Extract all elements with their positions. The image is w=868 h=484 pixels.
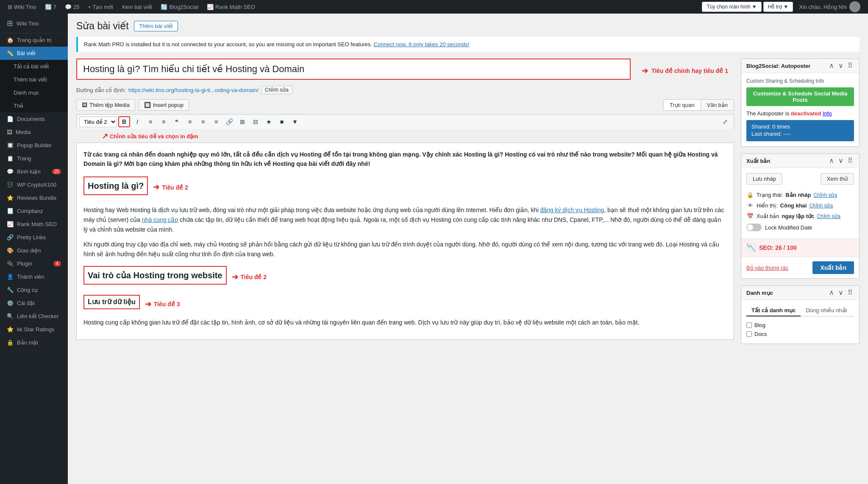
sidebar-item-complianz[interactable]: 📃 Complianz: [0, 204, 68, 218]
sidebar-item-users[interactable]: 👤 Thành viên: [0, 270, 68, 283]
category-checkbox-blog[interactable]: [746, 322, 752, 328]
sidebar-item-category[interactable]: Danh mục: [0, 86, 68, 99]
publish-collapse-button[interactable]: ∧: [828, 157, 835, 164]
permalink-link[interactable]: https://wiki.tino.org/hosting-la-gi-ti..…: [128, 87, 259, 93]
insert-popup-button[interactable]: 🔲 Insert popup: [139, 99, 189, 111]
category-collapse-button[interactable]: ∧: [828, 289, 835, 296]
link-button[interactable]: 🔗: [223, 116, 235, 127]
editor-content[interactable]: Từ các trang cá nhân đến doanh nghiệp qu…: [76, 143, 734, 340]
rank-math-notice: Rank Math PRO is installed but it is not…: [76, 37, 860, 52]
blog2social-collapse-button[interactable]: ∧: [828, 62, 835, 69]
add-media-button[interactable]: 🖼 Thêm tệp Media: [76, 99, 135, 111]
visibility-edit-link[interactable]: Chỉnh sửa: [809, 203, 833, 209]
publish-button[interactable]: Xuất bản: [812, 261, 854, 274]
sidebar-item-star-ratings[interactable]: ⭐ kk Star Ratings: [0, 323, 68, 336]
publish-actions: Lưu nháp Xem thử: [746, 173, 854, 185]
sidebar-item-link-checker[interactable]: 🔍 Liên kết Checker: [0, 310, 68, 323]
table-button[interactable]: ⊞: [236, 116, 248, 127]
sidebar-item-popup-builder[interactable]: 🔲 Popup Builder: [0, 139, 68, 152]
visual-mode-tab[interactable]: Trực quan: [663, 99, 701, 111]
category-tab-popular[interactable]: Dùng nhiều nhất: [801, 305, 852, 316]
sidebar-item-all-posts[interactable]: Tất cả bài viết: [0, 60, 68, 73]
link-checker-icon: 🔍: [7, 313, 14, 319]
sidebar-item-documents[interactable]: 📄 Documents: [0, 112, 68, 126]
h2-arrow-icon-1: ➔: [153, 181, 159, 193]
sidebar-item-comments[interactable]: 💬 Bình luận 25: [0, 165, 68, 178]
blog2social-drag-handle[interactable]: ⠿: [846, 62, 854, 69]
save-draft-button[interactable]: Lưu nháp: [746, 173, 782, 185]
fullscreen-button[interactable]: ⤢: [719, 116, 731, 127]
more-button[interactable]: ▼: [289, 116, 301, 127]
sidebar-item-appearance[interactable]: 🎨 Giao diện: [0, 244, 68, 257]
text-mode-tab[interactable]: Văn bản: [701, 99, 734, 111]
sidebar-item-rank-math[interactable]: 📈 Rank Math SEO: [0, 218, 68, 231]
category-body: Tất cả danh mục Dùng nhiều nhất Blog Doc…: [741, 300, 859, 344]
screen-options-btn[interactable]: Tùy chọn màn hình ▼: [702, 2, 761, 12]
publish-body: Lưu nháp Xem thử 🔒 Trạng thái: Bản nháp …: [741, 168, 859, 238]
align-left-button[interactable]: ≡: [184, 116, 196, 127]
media-icon-btn: 🖼: [82, 102, 87, 108]
new-content-link[interactable]: + Tạo mới: [83, 0, 117, 14]
media-icon: 🖼: [7, 129, 12, 135]
ordered-list-button[interactable]: ≡: [158, 116, 170, 127]
publish-drag-handle[interactable]: ⠿: [846, 157, 854, 164]
permalink-edit-button[interactable]: Chỉnh sửa: [261, 86, 292, 94]
blockquote-button[interactable]: ❝: [171, 116, 183, 127]
star-button[interactable]: ★: [263, 116, 275, 127]
rank-math-menu-icon: 📈: [7, 221, 14, 227]
sidebar-item-security[interactable]: 🔒 Bảo mật: [0, 336, 68, 349]
lock-toggle[interactable]: [746, 224, 762, 231]
format-select[interactable]: Tiêu đề 2: [79, 117, 117, 127]
sidebar-item-tools[interactable]: 🔧 Công cụ: [0, 283, 68, 297]
view-post-link[interactable]: Xem bài viết: [117, 0, 156, 14]
sidebar-item-reviews[interactable]: ⭐ Reviews Bundle: [0, 191, 68, 204]
sidebar-item-posts[interactable]: ✏️ Bài viết: [0, 47, 68, 60]
post-title-input[interactable]: [77, 59, 630, 79]
align-right-button[interactable]: ≡: [210, 116, 222, 127]
popup-icon-btn: 🔲: [144, 102, 151, 108]
user-greeting[interactable]: Xin chào, Hồng Nhi: [795, 1, 865, 12]
content-para-2: Khi người dùng truy cập vào địa chỉ web,…: [83, 240, 727, 259]
comments-link[interactable]: 💬 25: [61, 0, 83, 14]
content-intro: Từ các trang cá nhân đến doanh nghiệp qu…: [83, 150, 727, 169]
customize-schedule-button[interactable]: Customize & Schedule Social Media Posts: [746, 87, 854, 106]
sidebar-item-plugins[interactable]: 🔌 Plugin 4: [0, 257, 68, 270]
settings-icon: ⚙️: [7, 300, 14, 306]
help-btn[interactable]: Hỗ trợ ▼: [763, 2, 793, 12]
rank-math-link[interactable]: 📈 Rank Math SEO: [203, 0, 259, 14]
add-new-button[interactable]: Thêm bài viết: [134, 21, 178, 31]
sidebar-item-pretty-links[interactable]: 🔗 Pretty Links: [0, 231, 68, 244]
category-checkbox-docs[interactable]: [746, 331, 752, 337]
sidebar-item-dashboard[interactable]: 🏠 Trang quản trị: [0, 34, 68, 47]
title-annotation: ➔ Tiêu đề chính hay tiêu đề 1: [636, 66, 734, 76]
sidebar-item-settings[interactable]: ⚙️ Cài đặt: [0, 297, 68, 310]
notice-connect-link[interactable]: Connect now. It only takes 20 seconds!: [374, 41, 469, 48]
sidebar-item-tag[interactable]: Thẻ: [0, 99, 68, 112]
category-drag-handle[interactable]: ⠿: [846, 289, 854, 296]
color-button[interactable]: ■: [276, 116, 288, 127]
sidebar-item-media[interactable]: 🖼 Media: [0, 126, 68, 139]
publish-time-edit-link[interactable]: Chỉnh sửa: [817, 213, 840, 219]
blog2social-expand-button[interactable]: ∨: [837, 62, 845, 69]
link-dangky[interactable]: đăng ký dịch vụ Hosting: [540, 207, 604, 213]
autoposter-info-link[interactable]: Info: [823, 110, 832, 117]
trash-link[interactable]: Bỏ vào thùng rác: [746, 265, 788, 271]
site-name-link[interactable]: ⊞ Wiki Tino: [3, 0, 41, 14]
link-nhacungcap[interactable]: nhà cung cấp: [142, 216, 178, 223]
unordered-list-button[interactable]: ≡: [145, 116, 156, 127]
status-edit-link[interactable]: Chỉnh sửa: [813, 192, 837, 198]
category-expand-button[interactable]: ∨: [837, 289, 845, 296]
sidebar-item-crypto[interactable]: 💱 WP CryptoX100: [0, 178, 68, 191]
shared-times: Shared: 0 times: [751, 123, 849, 130]
italic-button[interactable]: I: [131, 116, 143, 127]
preview-button[interactable]: Xem thử: [821, 173, 854, 185]
sidebar-item-add-post[interactable]: Thêm bài viết: [0, 73, 68, 86]
updates-link[interactable]: 🔄 7: [41, 0, 61, 14]
category-tab-all[interactable]: Tất cả danh mục: [746, 305, 801, 316]
align-center-button[interactable]: ≡: [197, 116, 209, 127]
sidebar-item-pages[interactable]: 📋 Trang: [0, 152, 68, 165]
publish-expand-button[interactable]: ∨: [837, 157, 845, 164]
blog2social-link[interactable]: 🔄 Blog2Social: [156, 0, 203, 14]
bold-button[interactable]: B: [118, 116, 130, 127]
grid-button[interactable]: ⊟: [250, 116, 262, 127]
